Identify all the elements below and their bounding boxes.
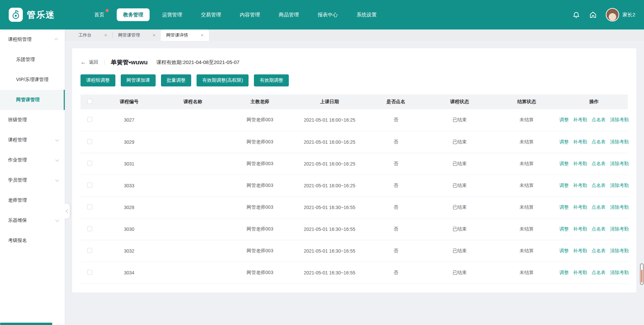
row-checkbox[interactable] — [87, 226, 92, 231]
chevron-left-icon — [66, 209, 69, 213]
tab[interactable]: 网管课详情× — [161, 29, 209, 41]
cell-settlement: 未结算 — [493, 109, 560, 131]
page-scrollbar[interactable] — [640, 263, 644, 285]
cell-settlement: 未结算 — [493, 131, 560, 153]
sidebar-item[interactable]: 学员管理 — [0, 170, 65, 190]
action-link[interactable]: 清除考勤 — [610, 117, 629, 123]
action-link[interactable]: 调整 — [559, 161, 569, 167]
sidebar-subitem[interactable]: 乐团管理 — [0, 50, 65, 70]
tab-bar: 工作台×网管课管理×网管课详情× — [65, 29, 644, 41]
action-link[interactable]: 调整 — [559, 248, 569, 254]
row-checkbox[interactable] — [87, 248, 92, 253]
action-link[interactable]: 点名表 — [592, 139, 606, 145]
toolbar-button[interactable]: 网管课加课 — [121, 74, 156, 86]
nav-item[interactable]: 系统设置 — [350, 8, 383, 21]
column-header: 课程名称 — [159, 94, 226, 109]
row-checkbox[interactable] — [87, 117, 92, 122]
cell-status: 已结束 — [426, 240, 493, 262]
back-button[interactable]: ← 返回 — [80, 59, 98, 66]
tab-close-icon[interactable]: × — [104, 33, 107, 38]
nav-item[interactable]: 内容管理 — [233, 8, 266, 21]
action-link[interactable]: 清除考勤 — [610, 270, 629, 276]
action-link[interactable]: 调整 — [559, 139, 569, 145]
home-icon[interactable] — [589, 11, 597, 19]
sidebar-item[interactable]: 班级管理 — [0, 110, 65, 130]
action-link[interactable]: 清除考勤 — [610, 161, 629, 167]
user-menu[interactable]: 家长2 — [606, 8, 635, 21]
tab-close-icon[interactable]: × — [153, 33, 155, 38]
action-link[interactable]: 点名表 — [592, 226, 606, 232]
action-link[interactable]: 清除考勤 — [610, 248, 629, 254]
cell-name — [159, 131, 226, 153]
tab[interactable]: 工作台× — [73, 29, 112, 41]
app-logo[interactable]: 管乐迷 — [9, 8, 55, 22]
tab[interactable]: 网管课管理× — [113, 29, 161, 41]
action-link[interactable]: 点名表 — [592, 183, 606, 189]
action-link[interactable]: 点名表 — [592, 117, 606, 123]
sidebar-item[interactable]: 课程管理 — [0, 130, 65, 150]
row-checkbox[interactable] — [87, 139, 92, 144]
action-link[interactable]: 调整 — [559, 204, 569, 210]
action-link[interactable]: 补考勤 — [573, 161, 587, 167]
column-header: 操作 — [560, 94, 628, 109]
cell-rollcall: 否 — [366, 196, 426, 218]
sidebar-item[interactable]: 考级报名 — [0, 231, 65, 251]
bell-icon[interactable] — [572, 11, 580, 19]
toolbar-button[interactable]: 有效期调整(高权限) — [197, 74, 249, 86]
cell-settlement: 未结算 — [493, 175, 560, 196]
action-link[interactable]: 清除考勤 — [610, 226, 629, 232]
toolbar-button[interactable]: 课程组调整 — [80, 74, 115, 86]
row-checkbox[interactable] — [87, 183, 92, 188]
toolbar-button[interactable]: 批量调整 — [161, 74, 191, 86]
scrollbar-thumb[interactable] — [641, 270, 642, 282]
nav-item[interactable]: 商品管理 — [272, 8, 305, 21]
row-checkbox[interactable] — [87, 204, 92, 209]
sidebar-item[interactable]: 作业管理 — [0, 150, 65, 170]
tab-close-icon[interactable]: × — [201, 33, 203, 38]
nav-item[interactable]: 首页 — [88, 8, 111, 21]
action-link[interactable]: 点名表 — [592, 248, 606, 254]
row-checkbox[interactable] — [87, 161, 92, 166]
cell-id: 3031 — [99, 153, 159, 175]
cell-teacher: 网管老师003 — [226, 109, 293, 131]
sidebar-subitem[interactable]: VIP/乐理课管理 — [0, 70, 65, 90]
nav-item[interactable]: 交易管理 — [195, 8, 227, 21]
action-link[interactable]: 清除考勤 — [610, 204, 629, 210]
action-link[interactable]: 点名表 — [592, 270, 606, 276]
action-link[interactable]: 补考勤 — [573, 139, 587, 145]
action-link[interactable]: 调整 — [559, 117, 569, 123]
sidebar-item[interactable]: 课程组管理 — [0, 29, 65, 50]
nav-item[interactable]: 报表中心 — [311, 8, 344, 21]
nav-item[interactable]: 教务管理 — [117, 8, 150, 21]
nav-item[interactable]: 运营管理 — [156, 8, 189, 21]
action-link[interactable]: 补考勤 — [573, 117, 587, 123]
cell-date: 2021-05-01 16:30~16:55 — [293, 240, 366, 262]
action-link[interactable]: 补考勤 — [573, 183, 587, 189]
action-link[interactable]: 调整 — [559, 183, 569, 189]
row-checkbox[interactable] — [87, 270, 92, 275]
sidebar-item-label: 作业管理 — [8, 157, 27, 163]
row-actions: 调整补考勤点名表清除考勤 — [560, 139, 628, 145]
action-link[interactable]: 补考勤 — [573, 226, 587, 232]
action-link[interactable]: 补考勤 — [573, 270, 587, 276]
sidebar-subitem[interactable]: 网管课管理 — [0, 90, 65, 110]
sidebar-item[interactable]: 乐器维保 — [0, 210, 65, 231]
toolbar: 课程组调整网管课加课批量调整有效期调整(高权限)有效期调整 — [80, 74, 628, 86]
sidebar-collapse-handle[interactable] — [65, 204, 70, 218]
sidebar-scrollbar[interactable] — [0, 323, 52, 325]
action-link[interactable]: 点名表 — [592, 204, 606, 210]
sidebar-item[interactable]: 老师管理 — [0, 190, 65, 210]
action-link[interactable]: 清除考勤 — [610, 183, 629, 189]
action-link[interactable]: 补考勤 — [573, 204, 587, 210]
action-link[interactable]: 调整 — [559, 226, 569, 232]
action-link[interactable]: 点名表 — [592, 161, 606, 167]
action-link[interactable]: 调整 — [559, 270, 569, 276]
cell-rollcall: 否 — [366, 262, 426, 283]
header-checkbox[interactable] — [87, 99, 92, 104]
main-nav: 首页教务管理运营管理交易管理内容管理商品管理报表中心系统设置 — [88, 8, 383, 21]
row-actions: 调整补考勤点名表清除考勤 — [560, 270, 628, 276]
action-link[interactable]: 清除考勤 — [610, 139, 629, 145]
action-link[interactable]: 补考勤 — [573, 248, 587, 254]
cell-name — [159, 262, 226, 283]
toolbar-button[interactable]: 有效期调整 — [254, 74, 289, 86]
